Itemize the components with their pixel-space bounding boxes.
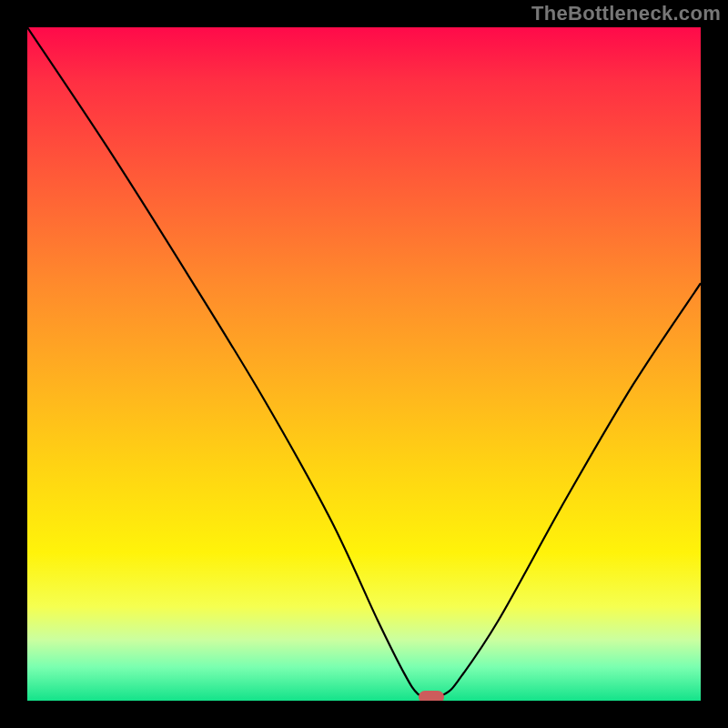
watermark-text: TheBottleneck.com	[531, 2, 721, 25]
chart-outer: TheBottleneck.com	[0, 0, 728, 728]
optimal-point-marker	[419, 691, 444, 701]
bottleneck-curve-svg	[27, 27, 701, 701]
bottleneck-curve-path	[27, 27, 701, 697]
plot-area	[27, 27, 701, 701]
